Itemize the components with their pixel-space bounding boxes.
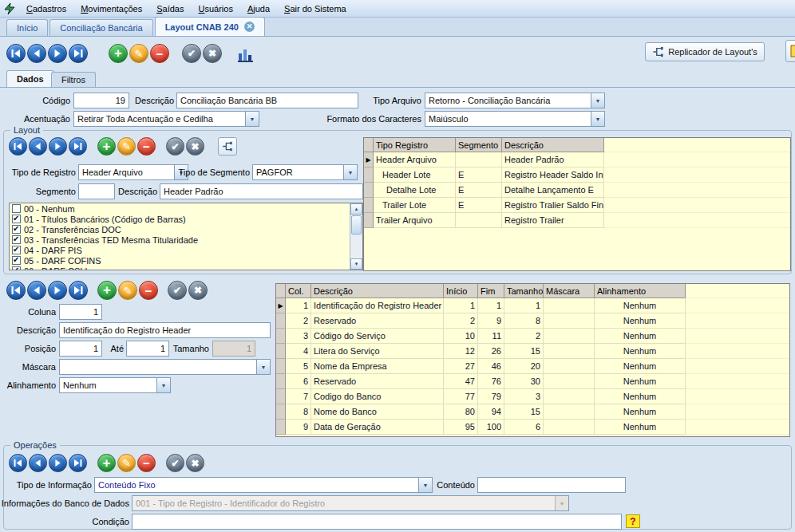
- grid-cell[interactable]: Trailer Lote: [374, 198, 456, 213]
- menu-saidas[interactable]: Saídas: [149, 2, 191, 16]
- scroll-up-icon[interactable]: ▲: [350, 203, 362, 215]
- checkbox-checked-icon[interactable]: [12, 256, 21, 265]
- column-header[interactable]: Descrição: [311, 284, 444, 298]
- grid-cell[interactable]: 77: [444, 389, 478, 404]
- checkbox-checked-icon[interactable]: [12, 225, 21, 234]
- grid-cell[interactable]: Nenhum: [595, 420, 686, 435]
- grid-cell[interactable]: Header Arquivo: [374, 152, 456, 167]
- list-item[interactable]: 06 - DARF CSLL: [10, 266, 362, 270]
- descricao-field[interactable]: Conciliação Bancária BB: [176, 93, 358, 108]
- grid-cell[interactable]: [456, 213, 502, 228]
- grid-cell[interactable]: Nome do Banco: [311, 404, 444, 420]
- grid-cell[interactable]: Nenhum: [595, 313, 686, 329]
- grid-cell[interactable]: Codigo do Banco: [311, 389, 444, 404]
- grid-cell[interactable]: 4: [286, 344, 311, 359]
- campos-confirm-button[interactable]: ✔: [168, 281, 187, 300]
- grid-cell[interactable]: [544, 329, 595, 344]
- grid-cell[interactable]: Detalhe Lançamento E: [502, 183, 604, 198]
- add-button[interactable]: +: [109, 44, 128, 63]
- grid-cell[interactable]: Data de Geração: [311, 420, 444, 435]
- layout-records-grid[interactable]: Tipo Registro Segmento Descrição ▶ Heade…: [363, 137, 791, 271]
- row-selector[interactable]: [276, 344, 286, 359]
- help-button[interactable]: ?: [626, 514, 640, 528]
- checkbox-checked-icon[interactable]: [12, 246, 21, 254]
- campos-delete-button[interactable]: −: [139, 281, 158, 300]
- layout-nav-first-button[interactable]: [9, 137, 27, 156]
- mascara-select[interactable]: ▼: [59, 359, 271, 375]
- row-selector[interactable]: ▶: [364, 152, 374, 167]
- grid-cell[interactable]: E: [456, 167, 502, 183]
- partial-right-button[interactable]: [785, 40, 795, 62]
- row-selector[interactable]: [276, 359, 286, 374]
- operacoes-confirm-button[interactable]: ✔: [166, 454, 184, 472]
- operacoes-delete-button[interactable]: −: [137, 454, 156, 472]
- grid-cell[interactable]: 12: [444, 344, 478, 359]
- chart-icon-button[interactable]: [236, 45, 255, 64]
- grid-cell[interactable]: Nenhum: [595, 374, 686, 389]
- checkbox-checked-icon[interactable]: [12, 215, 21, 223]
- grid-cell[interactable]: 2: [444, 313, 478, 329]
- layout-edit-button[interactable]: ✎: [117, 137, 136, 156]
- menu-ajuda[interactable]: Ajuda: [240, 2, 277, 16]
- grid-cell[interactable]: 26: [478, 344, 504, 359]
- grid-cell[interactable]: Litera do Serviço: [311, 344, 444, 359]
- column-header[interactable]: Fim: [478, 284, 504, 298]
- ate-field[interactable]: 1: [126, 341, 169, 357]
- tipo-informacao-select[interactable]: Conteúdo Fixo ▼: [94, 477, 433, 493]
- grid-cell[interactable]: [544, 359, 595, 374]
- row-selector[interactable]: [276, 389, 286, 404]
- chevron-down-icon[interactable]: ▼: [343, 165, 357, 179]
- grid-cell[interactable]: E: [456, 183, 502, 198]
- operacoes-nav-next-button[interactable]: [49, 454, 67, 472]
- list-item[interactable]: 03 - Transferências TED Mesma Titularida…: [10, 234, 362, 245]
- list-item[interactable]: 01 - Títulos Bancários (Código de Barras…: [10, 214, 362, 224]
- grid-cell[interactable]: 3: [504, 389, 544, 404]
- grid-cell[interactable]: 11: [478, 329, 504, 344]
- codigo-field[interactable]: 19: [73, 93, 129, 108]
- column-header[interactable]: Tamanho: [504, 284, 544, 298]
- column-header[interactable]: Tipo Registro: [374, 138, 456, 152]
- grid-cell[interactable]: Header Lote: [374, 167, 456, 183]
- grid-cell[interactable]: [544, 389, 595, 404]
- grid-cell[interactable]: 27: [444, 359, 478, 374]
- edit-button[interactable]: ✎: [129, 44, 148, 63]
- grid-cell[interactable]: 1: [444, 298, 478, 313]
- campos-nav-last-button[interactable]: [69, 281, 88, 300]
- grid-cell[interactable]: [544, 374, 595, 389]
- layout-replicate-button[interactable]: [218, 137, 237, 156]
- operacoes-nav-prev-button[interactable]: [29, 454, 47, 472]
- grid-cell[interactable]: Código do Serviço: [311, 329, 444, 344]
- chevron-down-icon[interactable]: ▼: [256, 360, 270, 374]
- scroll-down-icon[interactable]: ▼: [350, 258, 362, 270]
- layout-nav-last-button[interactable]: [69, 137, 87, 156]
- layout-delete-button[interactable]: −: [137, 137, 156, 156]
- list-item[interactable]: 02 - Transferências DOC: [10, 224, 362, 234]
- campos-nav-first-button[interactable]: [6, 281, 26, 300]
- grid-cell[interactable]: Identificação do Registro Header: [311, 298, 444, 313]
- layout-cancel-button[interactable]: ✖: [186, 137, 204, 156]
- grid-cell[interactable]: 20: [504, 359, 544, 374]
- coluna-field[interactable]: 1: [59, 304, 102, 320]
- grid-cell[interactable]: 30: [504, 374, 544, 389]
- campos-add-button[interactable]: +: [97, 281, 117, 300]
- tipo-registro-select[interactable]: Header Arquivo ▼: [78, 164, 188, 180]
- row-selector[interactable]: [364, 213, 374, 228]
- grid-cell[interactable]: Detalhe Lote: [374, 183, 456, 198]
- grid-cell[interactable]: Registro Header Saldo Inicia: [502, 167, 604, 183]
- segment-types-list[interactable]: 00 - Nenhum 01 - Títulos Bancários (Códi…: [9, 203, 363, 270]
- column-header[interactable]: Segmento: [456, 138, 502, 152]
- row-selector[interactable]: [364, 183, 374, 198]
- grid-cell[interactable]: Nenhum: [595, 389, 686, 404]
- grid-cell[interactable]: Nenhum: [595, 404, 686, 420]
- layout-add-button[interactable]: +: [97, 137, 116, 156]
- chevron-down-icon[interactable]: ▼: [591, 93, 604, 108]
- grid-cell[interactable]: [456, 152, 502, 167]
- grid-cell[interactable]: 95: [444, 420, 478, 435]
- grid-cell[interactable]: 2: [504, 329, 544, 344]
- grid-cell[interactable]: E: [456, 198, 502, 213]
- row-selector[interactable]: [276, 329, 286, 344]
- tipo-segmento-select[interactable]: PAGFOR ▼: [252, 164, 358, 180]
- grid-cell[interactable]: 46: [478, 359, 504, 374]
- column-header[interactable]: Alinhamento: [595, 284, 686, 298]
- grid-cell[interactable]: 2: [286, 313, 311, 329]
